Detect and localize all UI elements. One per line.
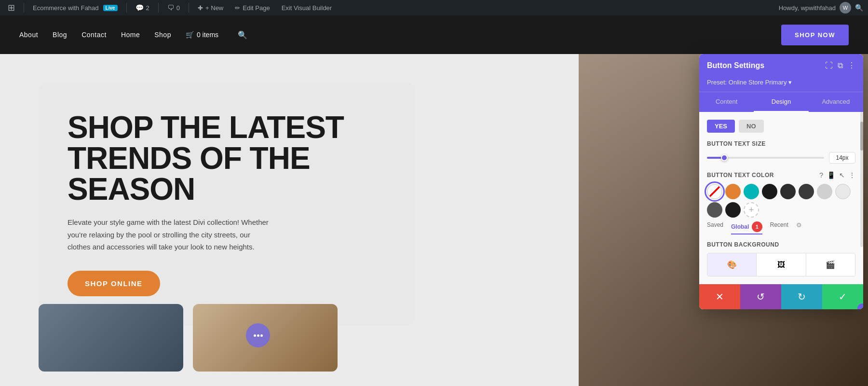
color-tabs-row: Saved Global 1 Recent ⚙ [707, 221, 855, 234]
panel-header-icons: ⛶ ⧉ ⋮ [825, 61, 855, 70]
split-icon[interactable]: ⧉ [838, 61, 843, 70]
scrollbar-handle[interactable] [860, 122, 863, 151]
color-tab-saved[interactable]: Saved [707, 221, 723, 234]
swatch-teal[interactable] [744, 184, 759, 199]
slider-track[interactable] [707, 157, 824, 159]
cursor-icon[interactable]: ↖ [839, 171, 845, 179]
thumbnail-1 [39, 304, 183, 372]
divider-4 [189, 3, 189, 13]
check-icon: ✓ [839, 291, 847, 303]
howdy-text: Howdy, wpwithfahad [779, 4, 836, 12]
swatch-darkest[interactable] [725, 202, 741, 218]
slider-thumb[interactable] [721, 154, 728, 161]
gear-icon[interactable]: ⚙ [796, 221, 802, 234]
main-content: SHOP THE LATEST TRENDS OF THE SEASON Ele… [0, 54, 868, 386]
search-icon[interactable]: 🔍 [855, 4, 863, 12]
message-icon: 🗨 [167, 4, 174, 12]
gradient-icon: 🖼 [777, 261, 785, 269]
swatch-whitegray[interactable] [835, 184, 851, 199]
more-vert-icon[interactable]: ⋮ [849, 171, 855, 179]
nav-cart[interactable]: 🛒 0 items [186, 31, 218, 39]
undo-button[interactable]: ↺ [740, 284, 781, 309]
swatch-orange[interactable] [725, 184, 741, 199]
swatch-transparent[interactable] [707, 184, 722, 199]
site-name-label: Ecommerce with Fahad [33, 4, 99, 12]
tab-content[interactable]: Content [699, 92, 754, 112]
panel-header: Button Settings ⛶ ⧉ ⋮ [699, 54, 863, 77]
toggle-no-button[interactable]: NO [739, 120, 764, 133]
swatch-lightgray[interactable] [817, 184, 832, 199]
question-icon[interactable]: ? [819, 171, 823, 179]
color-tab-recent[interactable]: Recent [770, 221, 788, 234]
admin-bar: ⊞ Ecommerce with Fahad Live 💬 2 🗨 0 ✚ + … [0, 0, 868, 15]
nav-contact[interactable]: Contact [81, 31, 107, 39]
swatch-add[interactable]: + [744, 202, 759, 218]
panel-footer: ✕ ↺ ↻ ✓ [699, 284, 863, 309]
preset-label: Preset: Online Store Primary ▾ [707, 79, 792, 86]
tab-design[interactable]: Design [754, 92, 808, 112]
nav-links: About Blog Contact Home Shop 🛒 0 items 🔍 [19, 30, 781, 40]
exit-builder-item[interactable]: Exit Visual Builder [279, 0, 335, 15]
bg-option-color[interactable]: 🎨 [707, 253, 757, 276]
color-section-header: Button Text Color ? 📱 ↖ ⋮ [707, 171, 855, 179]
swatch-black1[interactable] [762, 184, 777, 199]
paint-icon: 🎨 [727, 260, 737, 269]
exit-builder-label: Exit Visual Builder [282, 4, 332, 12]
settings-panel: Button Settings ⛶ ⧉ ⋮ Preset: Online Sto… [699, 54, 863, 309]
fullscreen-icon[interactable]: ⛶ [825, 61, 833, 70]
site-navigation: About Blog Contact Home Shop 🛒 0 items 🔍… [0, 15, 868, 54]
bg-section-label: Button Background [707, 241, 855, 248]
nav-about[interactable]: About [19, 31, 38, 39]
bg-option-image[interactable]: 🎬 [806, 253, 855, 276]
redo-button[interactable]: ↻ [781, 284, 822, 309]
nav-blog[interactable]: Blog [53, 31, 67, 39]
comments-item[interactable]: 💬 2 [133, 0, 152, 15]
nav-home[interactable]: Home [121, 31, 140, 39]
purple-dots-button[interactable] [246, 323, 270, 347]
color-swatches: + [707, 184, 855, 218]
cart-icon: 🛒 [186, 31, 194, 39]
divider-2 [126, 3, 127, 13]
site-name-item[interactable]: Ecommerce with Fahad Live [30, 0, 121, 15]
toggle-row: YES NO [707, 120, 855, 133]
save-button[interactable]: ✓ [822, 284, 863, 309]
wp-logo[interactable]: ⊞ [5, 0, 18, 15]
hero-title: SHOP THE LATEST TRENDS OF THE SEASON [68, 112, 386, 205]
shop-now-button[interactable]: SHOP NOW [781, 25, 849, 45]
color-section-icons: ? 📱 ↖ ⋮ [819, 171, 855, 179]
nav-search-icon[interactable]: 🔍 [238, 30, 247, 40]
cart-count: 0 items [197, 31, 218, 39]
toggle-yes-button[interactable]: YES [707, 120, 735, 133]
comments-count: 2 [146, 4, 149, 12]
more-icon[interactable]: ⋮ [848, 61, 855, 70]
shop-online-button[interactable]: SHOP ONLINE [68, 271, 160, 296]
swatch-darkgray[interactable] [707, 202, 722, 218]
color-tab-global[interactable]: Global 1 [731, 221, 762, 234]
image-icon: 🎬 [826, 260, 835, 269]
swatch-black2[interactable] [780, 184, 796, 199]
panel-preset[interactable]: Preset: Online Store Primary ▾ [699, 77, 863, 92]
global-badge: 1 [752, 221, 762, 232]
panel-title: Button Settings [707, 61, 764, 70]
edit-page-item[interactable]: ✏ Edit Page [232, 0, 272, 15]
new-label: + New [205, 4, 223, 12]
new-icon: ✚ [198, 4, 203, 12]
mobile-icon[interactable]: 📱 [827, 171, 835, 179]
hero-subtitle: Elevate your style game with the latest … [68, 216, 270, 253]
panel-tabs: Content Design Advanced [699, 92, 863, 112]
bg-option-gradient[interactable]: 🖼 [757, 253, 806, 276]
slider-value[interactable]: 14px [829, 152, 855, 164]
new-item[interactable]: ✚ + New [195, 0, 226, 15]
close-icon: ✕ [716, 291, 724, 303]
comment-icon: 💬 [136, 4, 144, 12]
pencil-icon: ✏ [235, 4, 240, 12]
nav-shop[interactable]: Shop [154, 31, 171, 39]
text-color-label: Button Text Color [707, 172, 774, 179]
avatar-initials: W [843, 5, 848, 11]
cancel-button[interactable]: ✕ [699, 284, 740, 309]
avatar[interactable]: W [840, 2, 851, 14]
panel-scrollbar[interactable] [860, 112, 863, 247]
messages-item[interactable]: 🗨 0 [164, 0, 183, 15]
swatch-black3[interactable] [799, 184, 814, 199]
tab-advanced[interactable]: Advanced [809, 92, 863, 112]
